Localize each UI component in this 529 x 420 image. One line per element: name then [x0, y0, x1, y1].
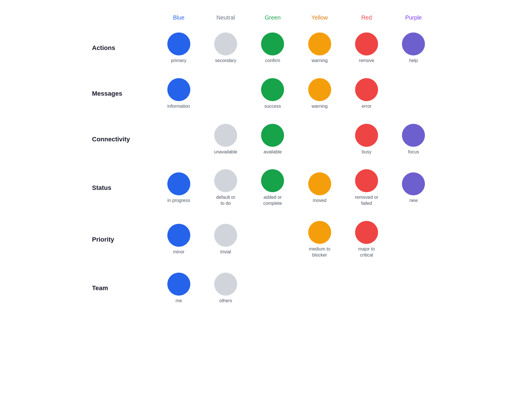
- team-yellow-cell: [296, 285, 343, 291]
- priority-red-cell: major tocritical: [343, 218, 390, 261]
- status-label: Status: [92, 181, 155, 194]
- actions-label: Actions: [92, 41, 155, 55]
- actions-primary-label: primary: [171, 58, 186, 64]
- actions-secondary-label: secondary: [215, 58, 236, 64]
- actions-row: Actions primary secondary confirm warnin…: [92, 30, 437, 67]
- status-neutral-cell: default orto do: [202, 166, 249, 209]
- status-blue-cell: in progress: [155, 169, 202, 207]
- team-others-label: others: [219, 298, 232, 304]
- connectivity-row: Connectivity unavailable available busy …: [92, 121, 437, 158]
- connectivity-label: Connectivity: [92, 133, 155, 146]
- team-green-cell: [249, 285, 296, 291]
- priority-trivial-label: trivial: [220, 249, 231, 255]
- priority-label: Priority: [92, 233, 155, 246]
- status-default-circle: [214, 169, 237, 192]
- actions-help-label: help: [409, 58, 418, 64]
- actions-help-circle: [402, 32, 425, 55]
- header-neutral: Neutral: [202, 11, 249, 24]
- connectivity-blue-cell: [155, 136, 202, 142]
- messages-red-cell: error: [343, 75, 390, 112]
- header-yellow: Yellow: [296, 11, 343, 24]
- connectivity-purple-cell: focus: [390, 121, 437, 158]
- actions-confirm-label: confirm: [265, 58, 280, 64]
- messages-error-label: error: [362, 103, 371, 109]
- messages-green-cell: success: [249, 75, 296, 112]
- connectivity-focus-label: focus: [408, 149, 419, 155]
- messages-warning-label: warning: [312, 103, 328, 109]
- messages-row: Messages information success warning err…: [92, 75, 437, 112]
- header-red: Red: [343, 11, 390, 24]
- connectivity-busy-circle: [355, 124, 378, 147]
- status-moved-circle: [308, 172, 331, 195]
- status-inprogress-label: in progress: [167, 198, 190, 204]
- header-empty: [92, 11, 155, 24]
- actions-purple-cell: help: [390, 30, 437, 67]
- messages-warning-circle: [308, 78, 331, 101]
- priority-medium-circle: [308, 221, 331, 244]
- connectivity-focus-circle: [402, 124, 425, 147]
- actions-primary-circle: [167, 32, 190, 55]
- priority-blue-cell: minor: [155, 221, 202, 258]
- actions-remove-circle: [355, 32, 378, 55]
- messages-neutral-cell: [202, 91, 249, 97]
- priority-green-cell: [249, 237, 296, 242]
- team-me-label: me: [176, 298, 182, 304]
- priority-neutral-cell: trivial: [202, 221, 249, 258]
- status-purple-cell: new: [390, 169, 437, 207]
- actions-yellow-cell: warning: [296, 30, 343, 67]
- header-row: Blue Neutral Green Yellow Red Purple: [92, 11, 437, 24]
- status-removed-label: removed orfailed: [355, 194, 378, 207]
- priority-trivial-circle: [214, 224, 237, 247]
- status-default-label: default orto do: [216, 194, 235, 207]
- connectivity-busy-label: busy: [362, 149, 371, 155]
- status-red-cell: removed orfailed: [343, 166, 390, 209]
- messages-success-label: success: [264, 103, 281, 109]
- connectivity-red-cell: busy: [343, 121, 390, 158]
- messages-success-circle: [261, 78, 284, 101]
- priority-major-label: major tocritical: [358, 246, 375, 258]
- priority-row: Priority minor trivial medium toblocker …: [92, 218, 437, 261]
- team-row: Team me others: [92, 270, 437, 307]
- actions-warning-label: warning: [312, 58, 328, 64]
- status-added-label: added orcomplete: [263, 194, 282, 207]
- messages-yellow-cell: warning: [296, 75, 343, 112]
- status-moved-label: moved: [313, 198, 327, 204]
- team-others-circle: [214, 273, 237, 296]
- status-new-circle: [402, 172, 425, 195]
- status-inprogress-circle: [167, 172, 190, 195]
- priority-medium-label: medium toblocker: [309, 246, 330, 258]
- priority-purple-cell: [390, 237, 437, 242]
- color-reference-table: Blue Neutral Green Yellow Red Purple Act…: [92, 11, 437, 315]
- team-me-circle: [167, 273, 190, 296]
- header-blue: Blue: [155, 11, 202, 24]
- status-yellow-cell: moved: [296, 169, 343, 207]
- team-label: Team: [92, 282, 155, 295]
- actions-green-cell: confirm: [249, 30, 296, 67]
- actions-warning-circle: [308, 32, 331, 55]
- priority-minor-label: minor: [173, 249, 185, 255]
- priority-minor-circle: [167, 224, 190, 247]
- actions-confirm-circle: [261, 32, 284, 55]
- actions-red-cell: remove: [343, 30, 390, 67]
- team-neutral-cell: others: [202, 270, 249, 307]
- status-removed-circle: [355, 169, 378, 192]
- messages-label: Messages: [92, 87, 155, 100]
- connectivity-unavailable-circle: [214, 124, 237, 147]
- team-purple-cell: [390, 285, 437, 291]
- team-red-cell: [343, 285, 390, 291]
- connectivity-unavailable-label: unavailable: [214, 149, 237, 155]
- connectivity-green-cell: available: [249, 121, 296, 158]
- priority-major-circle: [355, 221, 378, 244]
- messages-information-label: information: [167, 103, 190, 109]
- connectivity-neutral-cell: unavailable: [202, 121, 249, 158]
- actions-blue-cell: primary: [155, 30, 202, 67]
- actions-remove-label: remove: [359, 58, 374, 64]
- actions-secondary-circle: [214, 32, 237, 55]
- messages-purple-cell: [390, 91, 437, 97]
- status-green-cell: added orcomplete: [249, 166, 296, 209]
- header-purple: Purple: [390, 11, 437, 24]
- messages-error-circle: [355, 78, 378, 101]
- connectivity-available-label: available: [264, 149, 282, 155]
- actions-neutral-cell: secondary: [202, 30, 249, 67]
- connectivity-available-circle: [261, 124, 284, 147]
